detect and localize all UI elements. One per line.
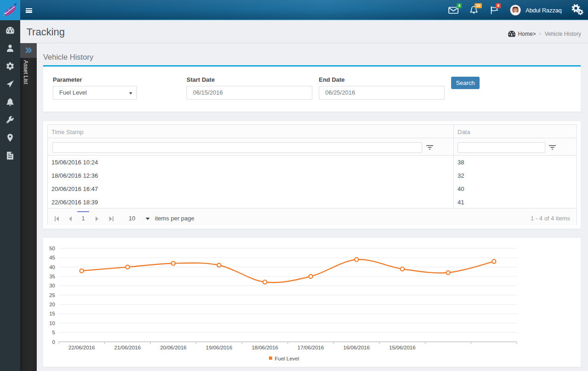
svg-text:16/06/2016: 16/06/2016 bbox=[343, 345, 370, 350]
svg-text:25: 25 bbox=[49, 292, 55, 298]
svg-text:40: 40 bbox=[49, 264, 55, 270]
svg-text:19/06/2016: 19/06/2016 bbox=[206, 345, 232, 350]
svg-text:15: 15 bbox=[49, 311, 55, 316]
svg-text:22/06/2016: 22/06/2016 bbox=[68, 345, 95, 350]
svg-text:20: 20 bbox=[49, 302, 55, 307]
svg-text:21/06/2016: 21/06/2016 bbox=[114, 345, 141, 350]
svg-text:18/06/2016: 18/06/2016 bbox=[252, 345, 278, 350]
svg-text:35: 35 bbox=[49, 274, 55, 279]
svg-text:Fuel Level: Fuel Level bbox=[275, 356, 299, 361]
svg-text:10: 10 bbox=[49, 320, 55, 326]
svg-text:45: 45 bbox=[49, 255, 55, 260]
svg-text:30: 30 bbox=[49, 283, 55, 288]
svg-text:15/06/2016: 15/06/2016 bbox=[389, 345, 416, 350]
svg-text:0: 0 bbox=[52, 339, 55, 345]
svg-text:5: 5 bbox=[52, 330, 55, 335]
svg-text:20/06/2016: 20/06/2016 bbox=[160, 345, 187, 350]
svg-text:17/06/2016: 17/06/2016 bbox=[298, 345, 324, 350]
svg-text:50: 50 bbox=[49, 246, 55, 251]
